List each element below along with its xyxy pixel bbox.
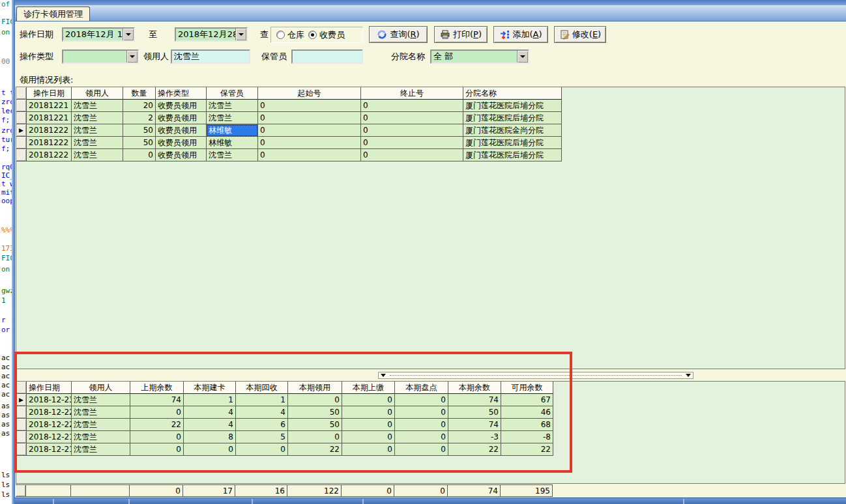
row-gutter[interactable] [16, 100, 27, 112]
table-cell[interactable]: 沈雪兰 [207, 100, 258, 112]
table-row[interactable]: 2018-12-22沈雪兰224650007468 [16, 419, 845, 431]
keeper-input[interactable] [291, 49, 363, 64]
table-cell[interactable]: 4 [184, 406, 236, 419]
row-gutter[interactable] [16, 406, 27, 419]
table-cell[interactable]: 收费员领用 [156, 112, 207, 124]
edit-button[interactable]: 修改(E) [554, 26, 606, 43]
table-cell[interactable]: -8 [501, 431, 553, 443]
table-cell[interactable]: 林维敏 [207, 137, 258, 149]
table-cell[interactable]: 0 [342, 394, 395, 406]
table-cell[interactable]: 68 [501, 419, 553, 431]
splitter-bar[interactable] [378, 372, 693, 379]
table-cell[interactable]: 5 [236, 431, 288, 443]
table-cell[interactable]: 沈雪兰 [72, 419, 130, 431]
table-cell[interactable]: 0 [395, 443, 448, 456]
table-cell[interactable]: 收费员领用 [156, 124, 207, 137]
table-cell[interactable]: 0 [258, 100, 361, 112]
table-cell[interactable]: 沈雪兰 [72, 443, 130, 456]
table-cell[interactable]: 沈雪兰 [72, 406, 130, 419]
table-cell[interactable]: 0 [123, 149, 156, 161]
table-cell[interactable]: -3 [448, 431, 501, 443]
table-cell[interactable]: 0 [342, 406, 395, 419]
date-from-dropdown[interactable]: 2018年12月 1 [62, 27, 135, 42]
table-cell[interactable]: 1 [236, 394, 288, 406]
table-cell[interactable]: 22 [288, 443, 342, 456]
table-cell[interactable]: 2 [123, 112, 156, 124]
print-button[interactable]: 打印(P) [434, 26, 488, 43]
table-cell[interactable]: 20181221 [27, 112, 72, 124]
table-cell[interactable]: 4 [236, 406, 288, 419]
table-cell[interactable]: 0 [130, 406, 184, 419]
table-cell[interactable]: 2018-12-21 [27, 443, 72, 456]
table-cell[interactable]: 50 [123, 124, 156, 137]
row-gutter[interactable] [16, 419, 27, 431]
table-row[interactable]: 20181221沈雪兰2收费员领用沈雪兰00厦门莲花医院后埔分院 [16, 112, 845, 124]
table-cell[interactable]: 沈雪兰 [72, 431, 130, 443]
table-cell[interactable]: 67 [501, 394, 553, 406]
table-cell[interactable]: 0 [258, 112, 361, 124]
table-cell[interactable]: 1 [184, 394, 236, 406]
table-cell[interactable]: 0 [130, 443, 184, 456]
table-cell[interactable]: 0 [395, 394, 448, 406]
table-cell[interactable]: 收费员领用 [156, 100, 207, 112]
table-cell[interactable]: 74 [130, 394, 184, 406]
table-cell[interactable]: 0 [342, 431, 395, 443]
table-cell[interactable]: 50 [288, 419, 342, 431]
table-cell[interactable]: 22 [130, 419, 184, 431]
chevron-down-icon[interactable] [126, 51, 138, 63]
row-gutter[interactable] [16, 137, 27, 149]
table-cell[interactable]: 74 [448, 394, 501, 406]
table-cell[interactable]: 2018-12-22 [27, 406, 72, 419]
chevron-down-icon[interactable] [381, 374, 386, 377]
radio-cashier[interactable]: 收费员 [308, 29, 345, 41]
table-cell[interactable]: 20181222 [27, 137, 72, 149]
table-cell[interactable]: 0 [342, 419, 395, 431]
table-cell[interactable]: 6 [236, 419, 288, 431]
table-cell[interactable]: 厦门莲花医院金尚分院 [463, 124, 562, 137]
add-button[interactable]: 添加(A) [493, 26, 548, 43]
table-cell[interactable]: 沈雪兰 [72, 149, 123, 161]
table-cell[interactable]: 0 [395, 431, 448, 443]
row-gutter[interactable] [16, 112, 27, 124]
table-cell[interactable]: 50 [123, 137, 156, 149]
row-gutter[interactable] [16, 431, 27, 443]
table-cell[interactable]: 厦门莲花医院后埔分院 [463, 100, 562, 112]
table-cell[interactable]: 2018-12-21 [27, 431, 72, 443]
table-cell[interactable]: 2018-12-23 [27, 394, 72, 406]
table-cell[interactable]: 0 [361, 100, 463, 112]
table-cell[interactable]: 0 [361, 137, 463, 149]
table-cell[interactable]: 0 [288, 431, 342, 443]
query-button[interactable]: 查询(R) [369, 26, 428, 43]
table-cell[interactable]: 沈雪兰 [207, 149, 258, 161]
table-row[interactable]: ▶20181222沈雪兰50收费员领用林维敏00厦门莲花医院金尚分院 [16, 124, 845, 137]
table-cell[interactable]: 收费员领用 [156, 149, 207, 161]
table-cell[interactable]: 2018-12-22 [27, 419, 72, 431]
table-cell[interactable]: 0 [258, 137, 361, 149]
table-cell[interactable]: 20 [123, 100, 156, 112]
branch-dropdown[interactable]: 全 部 [430, 49, 529, 64]
table-cell[interactable]: 22 [448, 443, 501, 456]
table-cell[interactable]: 8 [184, 431, 236, 443]
table-cell[interactable]: 收费员领用 [156, 137, 207, 149]
recipient-input[interactable] [171, 49, 250, 64]
table-cell[interactable]: 0 [288, 394, 342, 406]
table-cell[interactable]: 74 [448, 419, 501, 431]
table-cell[interactable]: 20181221 [27, 100, 72, 112]
table-cell[interactable]: 0 [236, 443, 288, 456]
table-cell[interactable]: 沈雪兰 [207, 112, 258, 124]
table-row[interactable]: 2018-12-22沈雪兰04450005046 [16, 406, 845, 419]
table-row[interactable]: 2018-12-21沈雪兰00022002222 [16, 443, 845, 456]
table-cell[interactable]: 50 [288, 406, 342, 419]
table-cell[interactable]: 22 [501, 443, 553, 456]
table-cell[interactable]: 50 [448, 406, 501, 419]
table-cell[interactable]: 0 [395, 419, 448, 431]
table-cell[interactable]: 4 [184, 419, 236, 431]
table-cell[interactable]: 20181222 [27, 124, 72, 137]
table-cell[interactable]: 沈雪兰 [72, 124, 123, 137]
current-row-marker[interactable]: ▶ [16, 124, 27, 137]
table-row[interactable]: ▶2018-12-23沈雪兰74110007467 [16, 394, 845, 406]
chevron-down-icon[interactable] [686, 374, 691, 377]
table-cell[interactable]: 46 [501, 406, 553, 419]
current-row-marker[interactable]: ▶ [16, 394, 27, 406]
radio-warehouse[interactable]: 仓库 [276, 29, 304, 41]
